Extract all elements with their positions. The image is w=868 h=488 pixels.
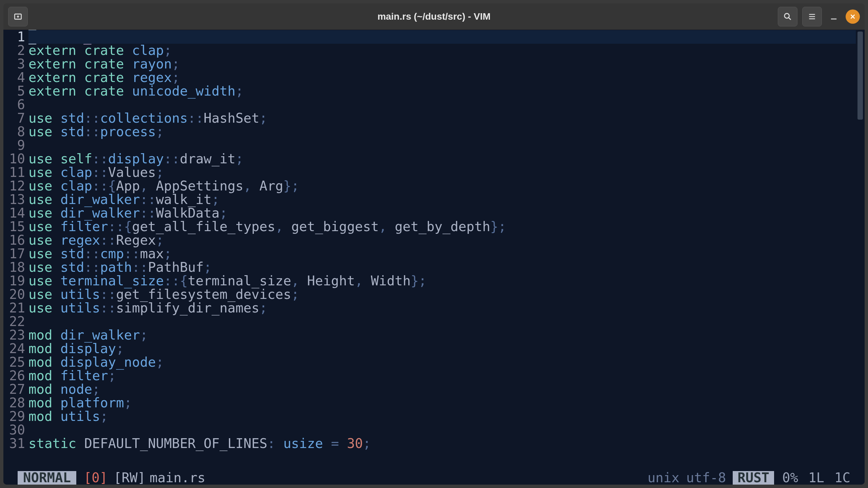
code-line[interactable]: mod display_node; [28, 355, 856, 369]
line-number: 25 [3, 355, 25, 369]
code-line[interactable]: use clap::{App, AppSettings, Arg}; [28, 179, 856, 193]
code-lines[interactable]: #[macro_use]extern crate clap;extern cra… [28, 30, 856, 471]
mode-indicator: NORMAL [18, 471, 76, 485]
line-number: 5 [3, 84, 25, 98]
line-number: 9 [3, 139, 25, 152]
line-number: 19 [3, 274, 25, 288]
line-number: 6 [3, 98, 25, 111]
code-line[interactable]: use std::path::PathBuf; [28, 261, 856, 274]
line-number: 16 [3, 233, 25, 247]
code-line[interactable]: use self::display::draw_it; [28, 152, 856, 166]
line-number: 27 [3, 383, 25, 396]
code-line[interactable]: use std::cmp::max; [28, 247, 856, 261]
line-number: 22 [3, 315, 25, 328]
code-line[interactable]: use terminal_size::{terminal_size, Heigh… [28, 274, 856, 288]
line-number: 20 [3, 288, 25, 301]
close-button[interactable] [846, 9, 860, 24]
code-line[interactable]: mod platform; [28, 396, 856, 410]
line-number-gutter: 1234567891011121314151617181920212223242… [3, 30, 28, 471]
code-line[interactable]: extern crate clap; [28, 44, 856, 57]
code-line[interactable]: use utils::simplify_dir_names; [28, 301, 856, 315]
line-number: 8 [3, 125, 25, 139]
titlebar: main.rs (~/dust/src) - VIM [3, 3, 865, 30]
line-number: 15 [3, 220, 25, 233]
minimize-button[interactable] [827, 9, 841, 24]
language-indicator: RUST [733, 471, 774, 485]
cursor-line-highlight [28, 30, 856, 44]
svg-point-1 [785, 13, 789, 18]
code-area[interactable]: 1234567891011121314151617181920212223242… [3, 30, 865, 471]
filename-label: main.rs [150, 471, 205, 485]
vim-window: main.rs (~/dust/src) - VIM [3, 3, 865, 485]
line-number: 10 [3, 152, 25, 166]
code-line[interactable]: use std::collections::HashSet; [28, 111, 856, 125]
percent-indicator: 0% [782, 471, 798, 485]
readwrite-flag: [RW] [114, 471, 145, 485]
line-indicator: 1L [808, 471, 824, 485]
encoding-label: utf-8 [686, 471, 726, 485]
code-line[interactable] [28, 423, 856, 437]
line-number: 17 [3, 247, 25, 261]
vertical-scrollbar[interactable] [856, 30, 865, 471]
line-number: 7 [3, 111, 25, 125]
code-line[interactable]: mod filter; [28, 369, 856, 383]
line-number: 28 [3, 396, 25, 410]
code-line[interactable]: extern crate rayon; [28, 57, 856, 71]
line-number: 1 [3, 30, 25, 44]
code-line[interactable]: mod dir_walker; [28, 328, 856, 342]
line-number: 21 [3, 301, 25, 315]
code-line[interactable]: use clap::Values; [28, 166, 856, 179]
window-title: main.rs (~/dust/src) - VIM [3, 11, 865, 22]
line-number: 4 [3, 71, 25, 84]
editor-pane[interactable]: 1234567891011121314151617181920212223242… [3, 30, 865, 485]
code-line[interactable]: mod node; [28, 383, 856, 396]
line-number: 26 [3, 369, 25, 383]
fileformat-label: unix [648, 471, 679, 485]
line-number: 13 [3, 193, 25, 206]
code-line[interactable] [28, 315, 856, 328]
search-button[interactable] [778, 7, 797, 26]
line-number: 23 [3, 328, 25, 342]
code-line[interactable]: use regex::Regex; [28, 233, 856, 247]
line-number: 29 [3, 410, 25, 423]
code-line[interactable]: use utils::get_filesystem_devices; [28, 288, 856, 301]
line-number: 31 [3, 437, 25, 450]
scrollbar-thumb[interactable] [857, 32, 863, 120]
line-number: 11 [3, 166, 25, 179]
code-line[interactable]: use filter::{get_all_file_types, get_big… [28, 220, 856, 233]
code-line[interactable]: use std::process; [28, 125, 856, 139]
line-number: 14 [3, 206, 25, 220]
code-line[interactable]: use dir_walker::WalkData; [28, 206, 856, 220]
code-line[interactable]: extern crate regex; [28, 71, 856, 84]
menu-button[interactable] [802, 7, 822, 26]
line-number: 18 [3, 261, 25, 274]
line-number: 30 [3, 423, 25, 437]
line-number: 24 [3, 342, 25, 355]
code-line[interactable]: mod utils; [28, 410, 856, 423]
line-number: 2 [3, 44, 25, 57]
code-line[interactable]: mod display; [28, 342, 856, 355]
col-indicator: 1C [834, 471, 850, 485]
code-line[interactable] [28, 98, 856, 111]
changes-indicator: [0] [84, 471, 107, 485]
code-line[interactable]: use dir_walker::walk_it; [28, 193, 856, 206]
status-bar: NORMAL [0] [RW] main.rs unix utf-8 RUST … [3, 471, 865, 485]
line-number: 12 [3, 179, 25, 193]
new-tab-button[interactable] [8, 7, 28, 26]
code-line[interactable] [28, 139, 856, 152]
code-line[interactable]: extern crate unicode_width; [28, 84, 856, 98]
line-number: 3 [3, 57, 25, 71]
code-line[interactable]: static DEFAULT_NUMBER_OF_LINES: usize = … [28, 437, 856, 450]
